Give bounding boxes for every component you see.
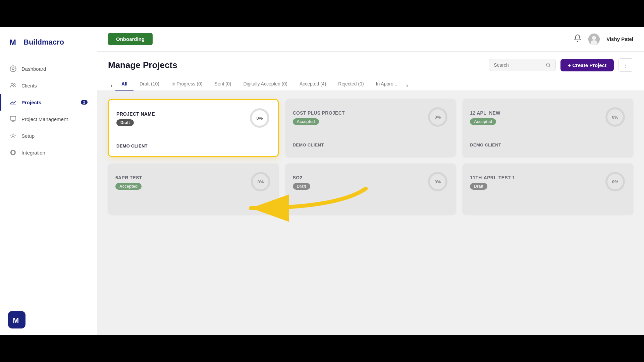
notification-icon[interactable] xyxy=(574,34,582,44)
status-badge-3: Accepted xyxy=(115,183,142,190)
projects-grid: PROJECT NAME Draft 0% xyxy=(108,99,633,215)
tabs: ‹ All Draft (10) In Progress (0) Sent (0… xyxy=(108,78,633,90)
content-area: PROJECT NAME Draft 0% xyxy=(97,91,644,335)
svg-text:0%: 0% xyxy=(257,179,264,184)
status-badge-0: Draft xyxy=(116,119,134,126)
sidebar-item-integration[interactable]: Integration xyxy=(0,144,97,161)
clients-icon xyxy=(9,82,17,89)
sidebar-item-project-management[interactable]: Project Management xyxy=(0,111,97,127)
project-name-5: 11TH-APRL-TEST-1 xyxy=(470,175,515,180)
tab-in-progress[interactable]: In Progress (0) xyxy=(165,78,209,90)
tab-rejected[interactable]: Rejected (0) xyxy=(332,78,370,90)
card-info-2: 12 APL_NEW Accepted xyxy=(470,110,500,125)
card-row-5: 11TH-APRL-TEST-1 Draft 0% xyxy=(470,171,626,194)
svg-text:0%: 0% xyxy=(256,116,263,121)
progress-circle-4: 0% xyxy=(427,171,448,194)
tab-digitally-accepted[interactable]: Digitally Accepted (0) xyxy=(237,78,293,90)
more-options-button[interactable]: ⋮ xyxy=(619,58,633,72)
sidebar-item-dashboard[interactable]: Dashboard xyxy=(0,60,97,77)
app-name: Buildmacro xyxy=(23,38,64,47)
project-management-icon xyxy=(9,115,17,123)
project-card-5[interactable]: 11TH-APRL-TEST-1 Draft 0% xyxy=(463,164,633,215)
project-name-4: SO2 xyxy=(293,175,310,180)
project-name-1: COST PLUS PROJECT xyxy=(293,110,345,116)
tab-sent[interactable]: Sent (0) xyxy=(209,78,237,90)
svg-point-17 xyxy=(10,149,16,156)
progress-circle-1: 0% xyxy=(427,106,448,129)
main-content: Onboarding Vishy Patel Manage Projects xyxy=(97,27,644,335)
client-name-0: DEMO CLIENT xyxy=(116,143,270,148)
bottom-logo-icon: M xyxy=(8,311,25,328)
project-card-1[interactable]: COST PLUS PROJECT Accepted 0% xyxy=(285,99,456,157)
integration-icon xyxy=(9,149,17,156)
sidebar-label-dashboard: Dashboard xyxy=(21,66,46,72)
progress-circle-3: 0% xyxy=(250,171,271,194)
card-row-2: 12 APL_NEW Accepted 0% xyxy=(470,106,626,129)
project-card-4[interactable]: SO2 Draft 0% xyxy=(285,164,456,215)
search-input[interactable] xyxy=(494,62,543,68)
card-content-0: PROJECT NAME Draft 0% xyxy=(116,107,270,148)
search-box[interactable] xyxy=(489,59,556,71)
sidebar: M Buildmacro Dashboard Clients xyxy=(0,27,97,335)
svg-point-20 xyxy=(592,36,596,40)
status-badge-4: Draft xyxy=(293,183,310,190)
page-header: Manage Projects + Create Project ⋮ ‹ All… xyxy=(97,52,644,91)
tab-accepted[interactable]: Accepted (4) xyxy=(293,78,332,90)
card-info-1: COST PLUS PROJECT Accepted xyxy=(293,110,345,125)
sidebar-item-clients[interactable]: Clients xyxy=(0,77,97,94)
tab-in-approval[interactable]: In Appro... xyxy=(370,78,404,90)
projects-badge: 2 xyxy=(81,100,88,105)
card-row-4: SO2 Draft 0% xyxy=(293,171,449,194)
tabs-prev-button[interactable]: ‹ xyxy=(108,81,115,90)
projects-icon xyxy=(9,99,17,106)
sidebar-bottom: M xyxy=(0,304,97,335)
logo-area: M Buildmacro xyxy=(0,27,97,58)
tab-all[interactable]: All xyxy=(115,78,133,90)
svg-point-8 xyxy=(11,83,13,85)
svg-point-22 xyxy=(546,63,549,66)
card-info-0: PROJECT NAME Draft xyxy=(116,111,155,126)
page-title: Manage Projects xyxy=(108,60,177,70)
card-content-2: 12 APL_NEW Accepted 0% xyxy=(470,106,626,149)
card-row-0: PROJECT NAME Draft 0% xyxy=(116,107,270,130)
svg-point-14 xyxy=(12,135,14,137)
svg-line-23 xyxy=(549,66,550,67)
card-content-1: COST PLUS PROJECT Accepted 0% xyxy=(293,106,449,149)
card-info-4: SO2 Draft xyxy=(293,175,310,190)
card-row-1: COST PLUS PROJECT Accepted 0% xyxy=(293,106,449,129)
header-right: Vishy Patel xyxy=(574,34,633,45)
sidebar-item-setup[interactable]: Setup xyxy=(0,127,97,144)
svg-text:0%: 0% xyxy=(435,179,441,184)
progress-circle-0: 0% xyxy=(249,107,270,130)
status-badge-2: Accepted xyxy=(470,118,496,125)
card-row-3: 6APR TEST Accepted 0% xyxy=(115,171,271,194)
svg-text:0%: 0% xyxy=(435,115,441,120)
nav-items: Dashboard Clients Projects 2 Project Ma xyxy=(0,58,97,304)
card-info-5: 11TH-APRL-TEST-1 Draft xyxy=(470,175,515,190)
user-name: Vishy Patel xyxy=(606,36,633,42)
sidebar-item-projects[interactable]: Projects 2 xyxy=(0,94,97,111)
create-project-button[interactable]: + Create Project xyxy=(560,59,614,71)
onboarding-button[interactable]: Onboarding xyxy=(108,33,153,45)
setup-icon xyxy=(9,132,17,139)
sidebar-label-integration: Integration xyxy=(21,150,45,156)
project-card-2[interactable]: 12 APL_NEW Accepted 0% xyxy=(463,99,633,157)
card-content-4: SO2 Draft 0% xyxy=(293,171,449,207)
svg-text:0%: 0% xyxy=(612,179,619,184)
svg-text:M: M xyxy=(13,316,19,324)
progress-circle-2: 0% xyxy=(604,106,626,129)
dashboard-icon xyxy=(9,65,17,72)
project-card-3[interactable]: 6APR TEST Accepted 0% xyxy=(108,164,279,215)
progress-circle-5: 0% xyxy=(604,171,626,194)
page-header-top: Manage Projects + Create Project ⋮ xyxy=(108,58,633,72)
tabs-next-button[interactable]: › xyxy=(403,81,411,90)
svg-text:M: M xyxy=(9,38,16,47)
card-content-3: 6APR TEST Accepted 0% xyxy=(115,171,271,207)
search-icon xyxy=(546,62,551,68)
sidebar-label-projects: Projects xyxy=(21,100,41,105)
logo-icon: M xyxy=(8,36,20,48)
svg-rect-11 xyxy=(10,116,16,120)
project-card-0[interactable]: PROJECT NAME Draft 0% xyxy=(108,99,279,157)
avatar xyxy=(588,34,600,45)
tab-draft[interactable]: Draft (10) xyxy=(133,78,165,90)
